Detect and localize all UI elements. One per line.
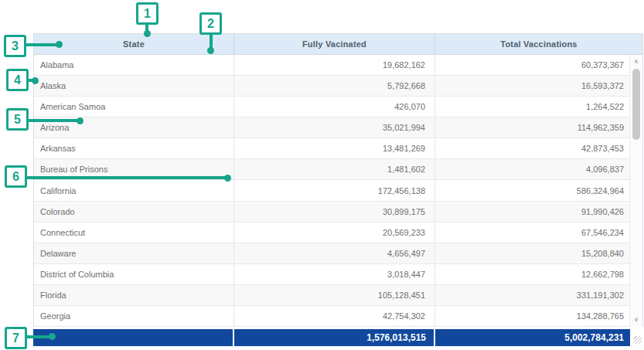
cell-state[interactable]: American Samoa <box>34 97 233 117</box>
table-row[interactable]: Alabama 19,682,162 60,373,367 <box>34 55 642 76</box>
annotation-badge-4: 4 <box>6 69 29 91</box>
annotation-dot <box>56 41 63 48</box>
total-row-total-vaccinations: 5,002,784,231 <box>435 329 630 346</box>
column-header-fully-vacinated[interactable]: Fully Vacinated <box>233 34 434 54</box>
table-header-row: State Fully Vacinated Total Vaccinations <box>34 34 642 55</box>
annotation-dot <box>32 77 39 84</box>
cell-fully-vacinated[interactable]: 13,481,269 <box>233 138 434 158</box>
table-row[interactable]: California 172,456,138 586,324,964 <box>34 180 642 201</box>
annotation-stem <box>27 176 226 179</box>
cell-total-vaccinations[interactable]: 586,324,964 <box>434 180 642 200</box>
annotation-stem <box>26 43 58 46</box>
scroll-down-icon[interactable]: ∨ <box>630 314 642 325</box>
cell-state[interactable]: District of Columbia <box>34 264 233 284</box>
vaccination-data-table: State Fully Vacinated Total Vaccinations… <box>33 33 643 346</box>
scroll-up-icon[interactable]: ∧ <box>630 56 642 67</box>
cell-fully-vacinated[interactable]: 426,070 <box>233 97 434 117</box>
annotation-dot <box>144 30 151 37</box>
cell-fully-vacinated[interactable]: 35,021,994 <box>233 117 434 138</box>
canvas: State Fully Vacinated Total Vaccinations… <box>0 0 644 350</box>
cell-fully-vacinated[interactable]: 5,792,668 <box>233 76 434 96</box>
table-total-row: 1,576,013,515 5,002,784,231 <box>33 329 643 346</box>
total-row-state-cell <box>33 329 233 346</box>
annotation-badge-6: 6 <box>5 165 27 188</box>
annotation-badge-7: 7 <box>5 327 27 349</box>
column-header-state[interactable]: State <box>34 34 233 54</box>
annotation-dot <box>77 117 83 124</box>
cell-fully-vacinated[interactable]: 1,481,602 <box>233 159 434 179</box>
annotation-dot <box>49 333 56 340</box>
cell-total-vaccinations[interactable]: 67,546,234 <box>434 223 642 243</box>
annotation-dot <box>207 47 214 54</box>
cell-total-vaccinations[interactable]: 114,962,359 <box>434 117 642 138</box>
annotation-dot <box>224 175 231 182</box>
cell-state[interactable]: Colorado <box>34 202 233 222</box>
cell-state[interactable]: Florida <box>34 285 233 305</box>
cell-fully-vacinated[interactable]: 172,456,138 <box>233 180 434 200</box>
annotation-badge-3: 3 <box>4 35 26 57</box>
cell-total-vaccinations[interactable]: 12,662,798 <box>434 264 642 284</box>
annotation-badge-2: 2 <box>199 12 222 35</box>
cell-state[interactable]: Arkansas <box>34 138 233 158</box>
resize-grip-icon[interactable] <box>634 336 642 344</box>
annotation-stem <box>27 335 50 338</box>
table-row[interactable]: Georgia 42,754,302 134,288,765 <box>34 306 642 327</box>
table-row[interactable]: Florida 105,128,451 331,191,302 <box>34 285 642 306</box>
table-row[interactable]: Delaware 4,656,497 15,208,840 <box>34 243 642 264</box>
column-header-total-vaccinations[interactable]: Total Vaccinations <box>434 34 642 54</box>
cell-total-vaccinations[interactable]: 42,873,453 <box>434 138 642 158</box>
total-row-fully-vacinated: 1,576,013,515 <box>234 329 434 346</box>
table-row[interactable]: District of Columbia 3,018,447 12,662,79… <box>34 264 642 285</box>
table-body: Alabama 19,682,162 60,373,367 Alaska 5,7… <box>34 55 642 327</box>
scrollbar-thumb[interactable] <box>632 69 640 140</box>
cell-total-vaccinations[interactable]: 134,288,765 <box>434 306 642 326</box>
cell-state[interactable]: Georgia <box>34 306 233 326</box>
table-row[interactable]: Alaska 5,792,668 16,593,372 <box>34 76 642 97</box>
cell-fully-vacinated[interactable]: 19,682,162 <box>233 55 434 75</box>
cell-total-vaccinations[interactable]: 15,208,840 <box>434 243 642 263</box>
cell-state[interactable]: California <box>34 180 233 200</box>
annotation-stem <box>28 119 78 122</box>
cell-total-vaccinations[interactable]: 91,990,426 <box>434 202 642 222</box>
table-row[interactable]: Arizona 35,021,994 114,962,359 <box>34 117 642 138</box>
table-row[interactable]: Colorado 30,899,175 91,990,426 <box>34 202 642 223</box>
table-grid: State Fully Vacinated Total Vaccinations… <box>33 33 643 327</box>
cell-fully-vacinated[interactable]: 30,899,175 <box>233 202 434 222</box>
cell-total-vaccinations[interactable]: 4,096,837 <box>434 159 642 179</box>
annotation-badge-5: 5 <box>6 108 29 131</box>
cell-state[interactable]: Connecticut <box>34 223 233 243</box>
cell-fully-vacinated[interactable]: 20,569,233 <box>233 223 434 243</box>
cell-total-vaccinations[interactable]: 331,191,302 <box>434 285 642 305</box>
cell-total-vaccinations[interactable]: 1,264,522 <box>434 97 642 117</box>
cell-total-vaccinations[interactable]: 16,593,372 <box>434 76 642 96</box>
table-row[interactable]: American Samoa 426,070 1,264,522 <box>34 97 642 117</box>
table-row[interactable]: Connecticut 20,569,233 67,546,234 <box>34 223 642 243</box>
total-row-corner <box>630 329 643 346</box>
cell-fully-vacinated[interactable]: 42,754,302 <box>233 306 434 326</box>
cell-fully-vacinated[interactable]: 105,128,451 <box>233 285 434 305</box>
cell-fully-vacinated[interactable]: 3,018,447 <box>233 264 434 284</box>
cell-fully-vacinated[interactable]: 4,656,497 <box>233 243 434 263</box>
vertical-scrollbar[interactable]: ∧ ∨ <box>629 55 642 327</box>
annotation-badge-1: 1 <box>136 2 158 25</box>
cell-state[interactable]: Delaware <box>34 243 233 263</box>
table-row[interactable]: Arkansas 13,481,269 42,873,453 <box>34 138 642 159</box>
cell-state[interactable]: Alabama <box>34 55 233 75</box>
cell-state[interactable]: Alaska <box>34 76 233 96</box>
cell-total-vaccinations[interactable]: 60,373,367 <box>434 55 642 75</box>
